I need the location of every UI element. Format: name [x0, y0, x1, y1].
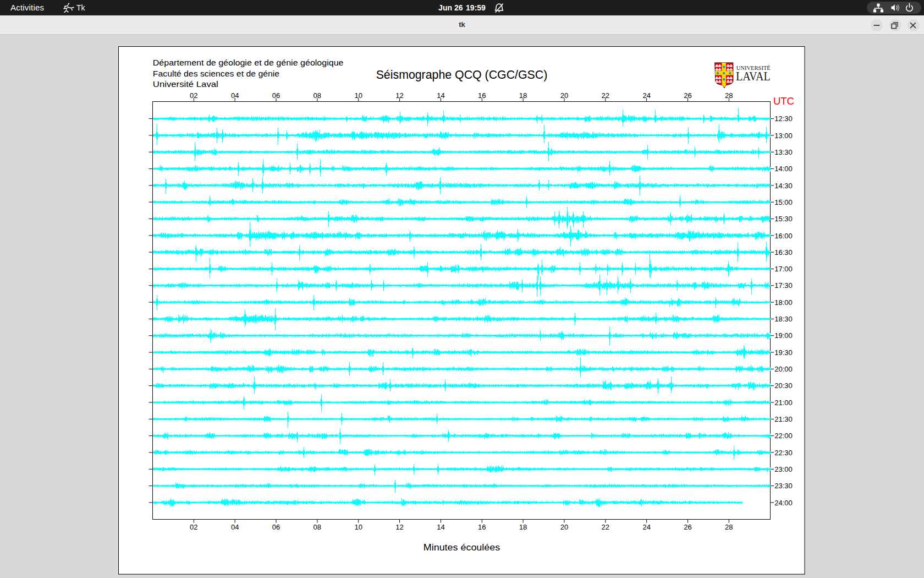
svg-text:20:30: 20:30: [774, 381, 793, 390]
svg-text:18:00: 18:00: [774, 298, 793, 307]
svg-text:Université Laval: Université Laval: [153, 80, 218, 89]
svg-text:16:00: 16:00: [774, 232, 793, 240]
svg-text:14:00: 14:00: [774, 165, 793, 173]
svg-text:28: 28: [725, 91, 733, 100]
svg-text:24: 24: [642, 91, 650, 100]
svg-text:19:00: 19:00: [774, 331, 793, 340]
svg-text:17:00: 17:00: [774, 265, 793, 273]
svg-text:06: 06: [272, 91, 280, 100]
svg-text:06: 06: [272, 523, 280, 531]
svg-text:16: 16: [478, 91, 486, 100]
svg-text:14: 14: [437, 91, 444, 100]
svg-text:10: 10: [354, 91, 362, 100]
svg-text:22: 22: [602, 91, 609, 100]
svg-text:26: 26: [684, 91, 691, 100]
svg-text:18: 18: [519, 91, 527, 100]
svg-text:13:30: 13:30: [774, 148, 793, 156]
svg-text:15:30: 15:30: [774, 215, 793, 223]
svg-text:04: 04: [231, 91, 239, 100]
svg-text:14:30: 14:30: [774, 182, 793, 190]
svg-text:Département de géologie et de: Département de géologie et de génie géol…: [153, 58, 344, 67]
svg-text:19:30: 19:30: [774, 348, 793, 357]
svg-text:23:30: 23:30: [774, 482, 793, 490]
svg-text:16: 16: [478, 523, 486, 531]
svg-text:14: 14: [437, 523, 444, 531]
svg-text:12: 12: [395, 91, 403, 100]
svg-text:17:30: 17:30: [774, 281, 793, 290]
svg-text:02: 02: [190, 523, 197, 531]
svg-text:08: 08: [314, 91, 321, 100]
svg-text:Faculté des sciences et de gén: Faculté des sciences et de génie: [153, 69, 279, 78]
svg-text:02: 02: [190, 91, 197, 100]
svg-text:10: 10: [354, 523, 362, 531]
svg-text:UTC: UTC: [773, 95, 794, 107]
svg-text:22: 22: [602, 523, 609, 531]
svg-text:Séismographe QCQ (CGC/GSC): Séismographe QCQ (CGC/GSC): [376, 68, 548, 81]
svg-text:21:00: 21:00: [774, 399, 793, 407]
svg-text:12:30: 12:30: [774, 114, 793, 123]
svg-text:04: 04: [231, 523, 239, 531]
svg-text:24: 24: [642, 523, 650, 531]
svg-text:20: 20: [560, 91, 568, 100]
svg-text:23:00: 23:00: [774, 465, 793, 473]
svg-text:22:30: 22:30: [774, 449, 793, 457]
svg-text:13:00: 13:00: [774, 132, 793, 140]
svg-text:Minutes écoulées: Minutes écoulées: [424, 543, 500, 552]
svg-text:12: 12: [395, 523, 403, 531]
svg-text:LAVAL: LAVAL: [736, 69, 771, 83]
svg-text:26: 26: [684, 523, 691, 531]
svg-text:08: 08: [314, 523, 321, 531]
svg-text:22:00: 22:00: [774, 432, 793, 440]
svg-text:18:30: 18:30: [774, 315, 793, 323]
svg-text:21:30: 21:30: [774, 415, 793, 423]
svg-text:16:30: 16:30: [774, 248, 793, 257]
svg-text:20: 20: [560, 523, 568, 531]
svg-text:20:00: 20:00: [774, 365, 793, 373]
svg-text:18: 18: [519, 523, 527, 531]
svg-text:28: 28: [725, 523, 733, 531]
svg-text:24:00: 24:00: [774, 499, 793, 507]
svg-text:15:00: 15:00: [774, 198, 793, 206]
